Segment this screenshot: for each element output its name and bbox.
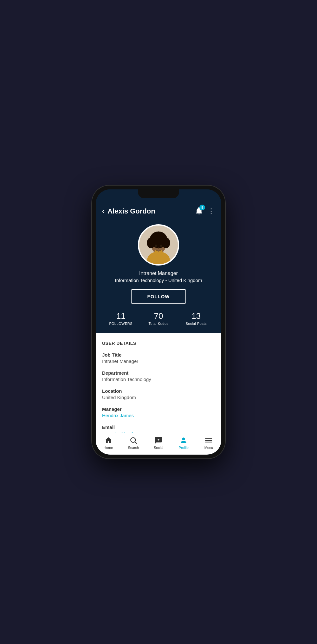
location-label: Location <box>102 388 215 394</box>
job-title-value: Intranet Manager <box>102 358 215 364</box>
svg-point-8 <box>155 245 157 247</box>
notification-bell[interactable]: 8 <box>195 207 203 216</box>
nav-social-label: Social <box>154 446 163 450</box>
avatar-image <box>139 226 178 264</box>
posts-label: Social Posts <box>185 322 207 325</box>
kudos-stat: 70 Total Kudos <box>140 311 178 325</box>
nav-menu-label: Menu <box>204 446 213 450</box>
email-label: Email <box>102 424 215 430</box>
svg-point-14 <box>182 437 185 440</box>
posts-stat: 13 Social Posts <box>177 311 215 325</box>
social-icon <box>154 436 163 444</box>
kudos-label: Total Kudos <box>149 322 169 325</box>
department-value: Information Technology <box>102 377 215 382</box>
header: ‹ Alexis Gordon 8 ⋮ <box>96 203 221 221</box>
job-title-field: Job Title Intranet Manager <box>102 352 215 364</box>
nav-home-label: Home <box>104 446 113 450</box>
manager-label: Manager <box>102 406 215 412</box>
followers-label: FOLLOWERS <box>109 322 133 325</box>
svg-line-12 <box>135 442 137 444</box>
nav-search-label: Search <box>128 446 139 450</box>
avatar <box>138 224 179 266</box>
svg-point-9 <box>160 245 162 247</box>
menu-icon <box>204 436 213 444</box>
nav-item-home[interactable]: Home <box>96 436 121 450</box>
phone-screen: ‹ Alexis Gordon 8 ⋮ <box>96 189 221 455</box>
nav-item-menu[interactable]: Menu <box>196 436 221 450</box>
kudos-count: 70 <box>154 311 163 321</box>
nav-item-search[interactable]: Search <box>121 436 146 450</box>
job-title-label: Job Title <box>102 352 215 358</box>
nav-item-social[interactable]: Social <box>146 436 171 450</box>
notification-badge: 8 <box>199 205 205 210</box>
nav-item-profile[interactable]: Profile <box>171 436 196 450</box>
profile-dept-location: Information Technology - United Kingdom <box>115 278 202 283</box>
follow-button[interactable]: FOLLOW <box>131 289 186 304</box>
manager-link[interactable]: Hendrix James <box>102 413 215 418</box>
phone-frame: ‹ Alexis Gordon 8 ⋮ <box>92 186 225 458</box>
email-field: Email a.gordon@unity.com <box>102 424 215 433</box>
home-icon <box>104 436 113 444</box>
department-label: Department <box>102 370 215 376</box>
details-section: USER DETAILS Job Title Intranet Manager … <box>96 333 221 433</box>
posts-count: 13 <box>191 311 201 321</box>
location-value: United Kingdom <box>102 395 215 400</box>
manager-field: Manager Hendrix James <box>102 406 215 418</box>
header-actions: 8 ⋮ <box>195 207 215 216</box>
profile-section: Intranet Manager Information Technology … <box>96 221 221 333</box>
nav-profile-label: Profile <box>179 446 189 450</box>
followers-count: 11 <box>116 311 126 321</box>
phone-notch <box>138 189 179 198</box>
page-title: Alexis Gordon <box>107 207 195 215</box>
stats-row: 11 FOLLOWERS 70 Total Kudos 13 Social Po… <box>102 311 215 325</box>
user-details-title: USER DETAILS <box>102 341 215 346</box>
profile-job-title: Intranet Manager <box>139 271 178 276</box>
svg-point-10 <box>158 247 159 249</box>
followers-stat: 11 FOLLOWERS <box>102 311 140 325</box>
svg-point-7 <box>151 232 166 244</box>
department-field: Department Information Technology <box>102 370 215 382</box>
more-menu-button[interactable]: ⋮ <box>208 207 215 215</box>
bottom-nav: Home Search Social <box>96 433 221 455</box>
profile-icon <box>179 436 188 444</box>
back-button[interactable]: ‹ <box>102 207 104 215</box>
search-icon <box>129 436 138 444</box>
location-field: Location United Kingdom <box>102 388 215 400</box>
